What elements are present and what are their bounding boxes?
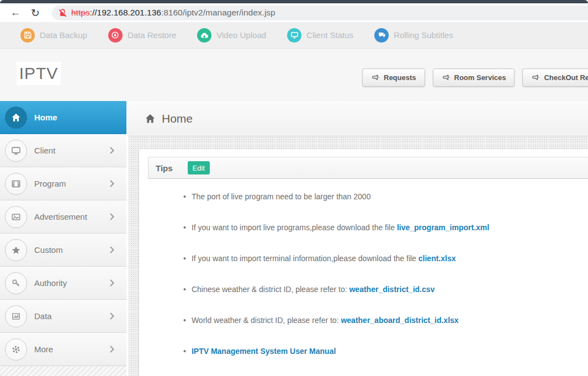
sidebar-item-client[interactable]: Client [0, 134, 126, 167]
image-icon [5, 206, 27, 228]
toolbar-item-label: Data Restore [128, 30, 176, 40]
sidebar-item-more[interactable]: More [0, 333, 126, 366]
checkout-requests-button[interactable]: CheckOut Requests [522, 68, 588, 87]
chevron-right-icon [110, 279, 114, 287]
film-icon [5, 173, 27, 195]
download-circle-icon [108, 28, 123, 43]
bullet-icon: • [183, 223, 186, 232]
sidebar-item-label: Authority [34, 278, 67, 288]
sidebar-item-home[interactable]: Home [0, 101, 126, 134]
bullet-icon: • [183, 285, 186, 294]
chevron-right-icon [110, 213, 114, 220]
key-icon [5, 272, 27, 294]
tip-item: •IPTV Management System User Manual [183, 347, 588, 356]
sidebar-item-authority[interactable]: Authority [0, 267, 126, 300]
sidebar-item-label: Custom [34, 245, 63, 255]
monitor-icon [5, 140, 27, 162]
content-area: Home Tips Edit •The port of live program… [128, 101, 588, 376]
browser-chrome: ← ↻ https://192.168.201.136:8160/iptv2/m… [0, 3, 588, 22]
tip-link[interactable]: weather_aboard_district_id.xlsx [341, 316, 458, 325]
tip-text: Chinese weather & district ID, please re… [192, 285, 349, 294]
tip-item: •World weather & district ID, please ref… [183, 316, 588, 325]
sidebar-item-label: Advertisement [34, 212, 87, 221]
megaphone-icon [442, 74, 450, 82]
tips-panel-header: Tips Edit [148, 157, 588, 179]
tips-panel: Tips Edit •The port of live program need… [139, 149, 588, 376]
sidebar-item-program[interactable]: Program [0, 167, 126, 200]
chat-bubbles-icon [374, 28, 389, 43]
tip-item: •The port of live program need to be lar… [183, 192, 588, 202]
bullet-icon: • [183, 316, 186, 325]
breadcrumb: Home [128, 101, 588, 136]
sidebar-item-label: Program [34, 179, 66, 188]
toolbar-item-label: Video Upload [216, 30, 266, 40]
page-header: IPTV Requests Room Services CheckOut Req… [0, 49, 588, 101]
button-label: Room Services [454, 73, 506, 82]
bullet-icon: • [183, 347, 186, 356]
chevron-right-icon [110, 313, 114, 320]
home-icon [5, 107, 27, 129]
url-host: ://192.168.201.136 [90, 8, 161, 18]
tip-item: •If you want to import terminal informat… [183, 254, 588, 263]
monitor-icon [287, 28, 301, 43]
sidebar-item-label: Data [34, 311, 52, 321]
chevron-right-icon [110, 180, 114, 187]
sidebar-item-label: Client [34, 146, 55, 155]
tip-link[interactable]: weather_district_id.csv [349, 285, 435, 294]
floppy-disk-icon [20, 28, 35, 43]
sidebar-item-label: Home [34, 113, 57, 122]
tip-link[interactable]: IPTV Management System User Manual [192, 347, 336, 356]
sidebar-item-label: More [34, 345, 53, 354]
toolbar-item-client-status[interactable]: Client Status [287, 28, 353, 43]
bullet-icon: • [183, 254, 186, 263]
room-services-button[interactable]: Room Services [433, 68, 515, 87]
star-icon [5, 239, 27, 261]
quick-actions-toolbar: Data Backup Data Restore Video Upload Cl… [0, 22, 588, 49]
requests-button[interactable]: Requests [362, 68, 425, 87]
tip-text: World weather & district ID, please refe… [192, 316, 341, 325]
tips-list: •The port of live program need to be lar… [148, 179, 588, 356]
iptv-logo: IPTV [17, 62, 61, 85]
toolbar-item-label: Rolling Subtitles [394, 30, 453, 40]
browser-refresh-button[interactable]: ↻ [25, 7, 45, 19]
toolbar-item-data-backup[interactable]: Data Backup [20, 28, 87, 43]
bullet-icon: • [183, 192, 186, 201]
cloud-upload-icon [197, 28, 211, 43]
gear-icon [5, 338, 27, 361]
button-label: Requests [384, 73, 416, 82]
tip-item: •If you want to import live programs,ple… [183, 223, 588, 232]
toolbar-item-data-restore[interactable]: Data Restore [108, 28, 176, 43]
sidebar-item-custom[interactable]: Custom [0, 234, 126, 267]
home-icon [145, 113, 156, 124]
tip-text: If you want to import live programs,plea… [192, 223, 397, 232]
tip-text: If you want to import terminal informati… [192, 254, 419, 263]
megaphone-icon [371, 74, 379, 82]
main-layout: Home Client Program Advertisement [0, 101, 588, 376]
sidebar-nav: Home Client Program Advertisement [0, 101, 126, 376]
address-bar[interactable]: https://192.168.201.136:8160/iptv2/manag… [52, 6, 588, 20]
bar-chart-icon [5, 305, 27, 327]
url-scheme: https [71, 8, 90, 18]
sidebar-filler [0, 366, 126, 376]
toolbar-item-label: Client Status [306, 30, 353, 40]
browser-back-button[interactable]: ← [6, 7, 25, 19]
tips-title: Tips [156, 163, 173, 173]
sidebar-item-data[interactable]: Data [0, 300, 126, 333]
header-buttons: Requests Room Services CheckOut Requests [362, 68, 588, 87]
toolbar-item-label: Data Backup [40, 30, 87, 40]
page-title: Home [162, 112, 193, 125]
button-label: CheckOut Requests [544, 73, 588, 82]
sidebar-item-advertisement[interactable]: Advertisement [0, 200, 126, 234]
chevron-right-icon [110, 147, 114, 154]
tip-item: •Chinese weather & district ID, please r… [183, 285, 588, 294]
megaphone-icon [531, 74, 539, 82]
url-path: :8160/iptv2/manager/index.jsp [161, 8, 276, 18]
toolbar-item-rolling-subtitles[interactable]: Rolling Subtitles [374, 28, 453, 43]
chevron-right-icon [110, 246, 114, 253]
tip-link[interactable]: client.xlsx [419, 254, 456, 263]
edit-button[interactable]: Edit [188, 161, 210, 174]
chevron-right-icon [110, 346, 114, 353]
tip-text: The port of live program need to be larg… [192, 192, 371, 201]
tip-link[interactable]: live_program_import.xml [397, 223, 489, 232]
toolbar-item-video-upload[interactable]: Video Upload [197, 28, 266, 43]
